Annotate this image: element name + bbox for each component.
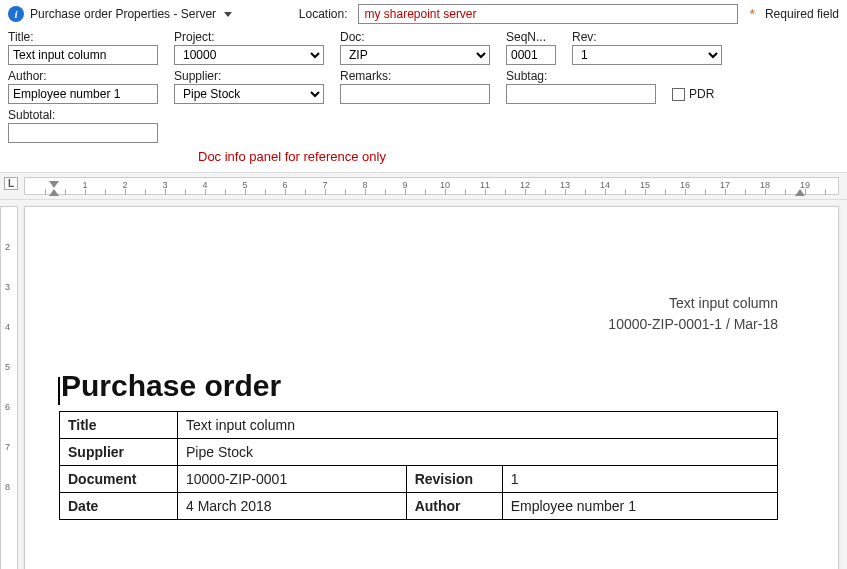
vertical-ruler[interactable]: 2345678: [0, 206, 18, 569]
properties-panel: i Purchase order Properties - Server Loc…: [0, 0, 847, 172]
doc-table: Title Text input column Supplier Pipe St…: [59, 411, 778, 520]
info-note: Doc info panel for reference only: [198, 149, 839, 164]
project-select[interactable]: 10000: [174, 45, 324, 65]
cell-date-value: 4 March 2018: [178, 493, 407, 520]
chevron-down-icon[interactable]: [224, 12, 232, 17]
cell-document-label: Document: [60, 466, 178, 493]
doc-meta-number: 10000-ZIP-0001-1 / Mar-18: [608, 314, 778, 335]
title-input[interactable]: [8, 45, 158, 65]
location-input[interactable]: [358, 4, 738, 24]
seq-input[interactable]: [506, 45, 556, 65]
rev-select[interactable]: 1: [572, 45, 722, 65]
author-label: Author:: [8, 69, 158, 83]
supplier-label: Supplier:: [174, 69, 324, 83]
required-text: Required field: [765, 7, 839, 21]
cell-title-label: Title: [60, 412, 178, 439]
cell-title-value: Text input column: [178, 412, 778, 439]
fields-row-3: Subtotal:: [8, 108, 839, 143]
subtotal-label: Subtotal:: [8, 108, 158, 122]
right-indent-icon[interactable]: [795, 189, 805, 196]
project-label: Project:: [174, 30, 324, 44]
doc-meta: Text input column 10000-ZIP-0001-1 / Mar…: [608, 293, 778, 335]
title-label: Title:: [8, 30, 158, 44]
subtag-input[interactable]: [506, 84, 656, 104]
cell-author-label: Author: [406, 493, 502, 520]
panel-header: i Purchase order Properties - Server Loc…: [8, 4, 839, 24]
text-cursor: [58, 377, 60, 405]
fields-row-1: Title: Project: 10000 Doc: ZIP SeqN... R…: [8, 30, 839, 65]
tab-stop-button[interactable]: L: [4, 177, 18, 190]
supplier-select[interactable]: Pipe Stock: [174, 84, 324, 104]
pdr-label: PDR: [689, 87, 714, 101]
table-row: Document 10000-ZIP-0001 Revision 1: [60, 466, 778, 493]
document-area: 2345678 Text input column 10000-ZIP-0001…: [0, 200, 847, 569]
hanging-indent-icon[interactable]: [49, 189, 59, 196]
remarks-input[interactable]: [340, 84, 490, 104]
document-page: Text input column 10000-ZIP-0001-1 / Mar…: [24, 206, 839, 569]
cell-document-value: 10000-ZIP-0001: [178, 466, 407, 493]
required-star-icon: *: [750, 6, 755, 22]
location-label: Location:: [299, 7, 348, 21]
table-row: Supplier Pipe Stock: [60, 439, 778, 466]
doc-select[interactable]: ZIP: [340, 45, 490, 65]
first-line-indent-icon[interactable]: [49, 181, 59, 188]
cell-author-value: Employee number 1: [502, 493, 777, 520]
horizontal-ruler[interactable]: L 12345678910111213141516171819: [0, 172, 847, 200]
doc-label: Doc:: [340, 30, 490, 44]
info-icon: i: [8, 6, 24, 22]
pdr-field: PDR: [672, 84, 714, 104]
cell-revision-value: 1: [502, 466, 777, 493]
rev-label: Rev:: [572, 30, 722, 44]
doc-meta-title: Text input column: [608, 293, 778, 314]
cell-supplier-label: Supplier: [60, 439, 178, 466]
subtag-label: Subtag:: [506, 69, 656, 83]
table-row: Date 4 March 2018 Author Employee number…: [60, 493, 778, 520]
cell-date-label: Date: [60, 493, 178, 520]
pdr-checkbox[interactable]: [672, 88, 685, 101]
table-row: Title Text input column: [60, 412, 778, 439]
seq-label: SeqN...: [506, 30, 556, 44]
subtotal-input[interactable]: [8, 123, 158, 143]
cell-supplier-value: Pipe Stock: [178, 439, 778, 466]
fields-row-2: Author: Supplier: Pipe Stock Remarks: Su…: [8, 69, 839, 104]
remarks-label: Remarks:: [340, 69, 490, 83]
author-input[interactable]: [8, 84, 158, 104]
doc-heading: Purchase order: [61, 369, 778, 403]
cell-revision-label: Revision: [406, 466, 502, 493]
panel-title: Purchase order Properties - Server: [30, 7, 216, 21]
